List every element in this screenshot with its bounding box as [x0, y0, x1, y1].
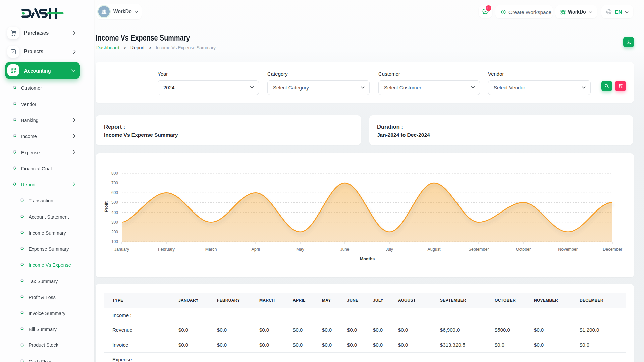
svg-text:February: February [158, 247, 175, 252]
svg-text:June: June [340, 247, 349, 252]
svg-text:300: 300 [111, 220, 118, 225]
svg-text:100: 100 [111, 239, 118, 244]
svg-text:March: March [205, 247, 217, 252]
svg-text:August: August [428, 247, 441, 252]
svg-text:500: 500 [111, 200, 118, 205]
svg-text:Profit: Profit [104, 201, 109, 212]
svg-text:400: 400 [111, 210, 118, 215]
svg-text:700: 700 [111, 181, 118, 185]
svg-text:Months: Months [360, 257, 375, 261]
svg-text:200: 200 [111, 230, 118, 234]
svg-text:600: 600 [111, 190, 118, 195]
svg-text:September: September [468, 247, 489, 252]
svg-text:December: December [603, 247, 622, 252]
svg-text:November: November [558, 247, 578, 252]
svg-text:April: April [251, 247, 260, 252]
svg-text:800: 800 [111, 171, 118, 176]
svg-text:October: October [516, 247, 531, 252]
svg-text:July: July [386, 247, 393, 252]
svg-text:May: May [296, 247, 304, 252]
svg-text:January: January [114, 247, 129, 252]
